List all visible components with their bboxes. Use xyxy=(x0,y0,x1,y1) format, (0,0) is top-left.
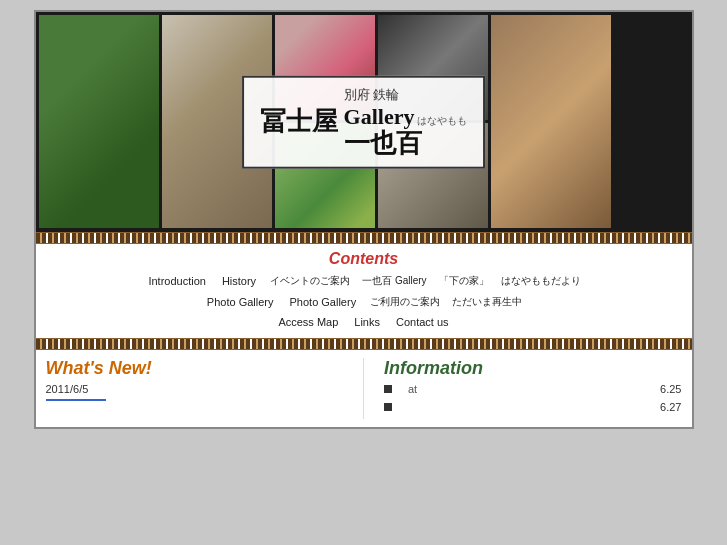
contents-title: Contents xyxy=(46,250,682,268)
contents-section: Contents Introduction History イベントのご案内 一… xyxy=(36,244,692,338)
nav-history[interactable]: History xyxy=(214,272,264,291)
whats-new-title: What's New! xyxy=(46,358,344,379)
whats-new: What's New! 2011/6/5 xyxy=(46,358,344,419)
info-square-1 xyxy=(384,385,392,393)
nav-gallery[interactable]: 一也百 Gallery xyxy=(356,272,432,291)
info-row-2: 6.27 xyxy=(384,401,682,413)
photo-cell-5 xyxy=(491,15,611,228)
logo-gallery: Gallery xyxy=(344,104,415,130)
nav-row-1: Introduction History イベントのご案内 一也百 Galler… xyxy=(46,272,682,291)
nav-photo-gallery-1[interactable]: Photo Gallery xyxy=(199,293,282,312)
info-num-2: 6.27 xyxy=(660,401,681,413)
vertical-divider xyxy=(363,358,364,419)
logo-katakana: はなやもも xyxy=(417,114,467,128)
info-at-1: at xyxy=(396,383,417,395)
logo-subtitle: 別府 鉄輪 xyxy=(344,86,468,104)
whats-new-date: 2011/6/5 xyxy=(46,383,344,395)
nav-saisei[interactable]: ただいま再生中 xyxy=(446,293,528,312)
logo-overlay: 冨士屋 別府 鉄輪 Gallery はなやもも 一也百 xyxy=(242,76,486,169)
logo-kanji2: 一也百 xyxy=(344,130,468,159)
nav-row-2: Photo Gallery Photo Gallery ご利用のご案内 ただいま… xyxy=(46,293,682,312)
info-row-1: at 6.25 xyxy=(384,383,682,395)
info-title: Information xyxy=(384,358,682,379)
nav-access-map[interactable]: Access Map xyxy=(270,313,346,332)
nav-links[interactable]: Links xyxy=(346,313,388,332)
deco-border-top xyxy=(36,232,692,244)
nav-hanaya[interactable]: はなやももだより xyxy=(495,272,587,291)
information: Information at 6.25 6.27 xyxy=(384,358,682,419)
logo-kanji: 冨士屋 xyxy=(260,108,338,137)
info-square-2 xyxy=(384,403,392,411)
bottom-section: What's New! 2011/6/5 Information at 6.25… xyxy=(36,350,692,427)
nav-events[interactable]: イベントのご案内 xyxy=(264,272,356,291)
blue-line xyxy=(46,399,106,401)
page-wrapper: 冨士屋 別府 鉄輪 Gallery はなやもも 一也百 Contents Int… xyxy=(34,10,694,429)
nav-photo-gallery-2[interactable]: Photo Gallery xyxy=(282,293,365,312)
nav-contact-us[interactable]: Contact us xyxy=(388,313,457,332)
photo-cell-1 xyxy=(39,15,159,228)
header-banner: 冨士屋 別府 鉄輪 Gallery はなやもも 一也百 xyxy=(36,12,692,232)
info-num-1: 6.25 xyxy=(660,383,681,395)
nav-shita[interactable]: 「下の家」 xyxy=(433,272,495,291)
deco-border-bottom xyxy=(36,338,692,350)
nav-row-3: Access Map Links Contact us xyxy=(46,313,682,332)
nav-introduction[interactable]: Introduction xyxy=(140,272,213,291)
nav-riyou[interactable]: ご利用のご案内 xyxy=(364,293,446,312)
